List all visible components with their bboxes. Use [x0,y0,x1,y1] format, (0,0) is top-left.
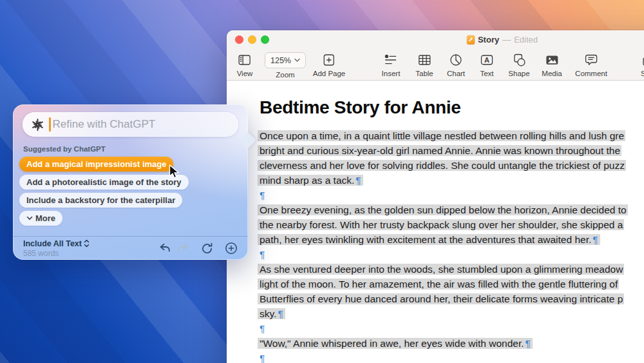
add-button[interactable] [225,242,238,255]
document-title: Story [478,35,499,44]
document-text-line[interactable]: bright and curious six-year-old girl nam… [258,143,644,158]
toolbar-shape[interactable]: Shape [508,52,529,77]
toolbar-label-add-page: Add Page [313,70,346,77]
toolbar-label-zoom: Zoom [265,71,306,79]
pilcrow-mark: ¶ [355,175,363,186]
document-text-line[interactable]: Butterflies of every hue danced around h… [258,291,644,306]
chevron-down-icon [26,215,33,221]
document-blank-line[interactable]: ¶ [258,247,644,262]
retry-icon [201,242,213,255]
document-body[interactable]: Once upon a time, in a quaint little vil… [227,128,644,363]
selected-text: light of the moon. To her amazement, the… [258,279,619,289]
toolbar-comment[interactable]: Comment [575,52,607,77]
document-blank-line[interactable]: ¶ [258,351,644,363]
toolbar-share[interactable]: S [641,52,644,77]
document-blank-line[interactable]: ¶ [258,321,644,336]
document-icon [467,35,475,44]
svg-text:A: A [484,56,489,64]
window-toolbar: View125% ZoomAdd PageInsertTableChartATe… [227,49,644,80]
toolbar-view[interactable]: View [237,52,253,77]
panel-footer: Include All Text 585 words [13,236,248,260]
undo-icon [158,242,171,254]
document-text-line[interactable]: cleverness and her love for solving ridd… [258,158,644,173]
selected-text: As she ventured deeper into the woods, s… [258,264,624,275]
up-down-chevron-icon [84,239,90,248]
pilcrow-mark: ¶ [258,249,265,260]
chatgpt-panel: Refine with ChatGPT Suggested by ChatGPT… [13,104,248,260]
add-page-icon [313,52,346,67]
document-heading[interactable]: Bedtime Story for Annie [260,97,644,118]
document-text-line[interactable]: One breezy evening, as the golden sun di… [258,202,644,217]
selected-text: sky. [258,308,278,319]
selected-text: Once upon a time, in a quaint little vil… [258,130,625,141]
selected-text: Butterflies of every hue danced around h… [258,293,624,304]
window-titlebar: Story — Edited [227,30,644,49]
selected-text: "Wow," Annie whispered in awe, her eyes … [258,338,526,349]
toolbar-label-media: Media [542,70,562,77]
toolbar-label-view: View [237,70,253,77]
suggestion-pill-1[interactable]: Add a magical impressionist image [19,157,173,172]
toolbar-text[interactable]: AText [480,52,494,77]
toolbar-media[interactable]: Media [542,52,562,77]
mouse-pointer [169,164,180,182]
edited-status: Edited [514,35,538,44]
text-caret [49,117,51,132]
toolbar-zoom[interactable]: 125% Zoom [265,52,306,79]
document-text-line[interactable]: As she ventured deeper into the woods, s… [258,262,644,277]
pilcrow-mark: ¶ [258,190,265,201]
suggestion-pill-2[interactable]: Add a photorealistic image of the story [19,175,189,190]
pilcrow-mark: ¶ [258,353,265,363]
refine-input[interactable]: Refine with ChatGPT [23,112,238,137]
media-icon [542,52,562,67]
toolbar-label-comment: Comment [575,70,607,77]
input-placeholder: Refine with ChatGPT [53,118,156,131]
regenerate-button[interactable] [201,242,213,255]
share-icon [641,52,644,67]
undo-button[interactable] [158,242,171,254]
toolbar-label-insert: Insert [382,70,401,77]
selected-text: the nearby forest. With her trusty backp… [258,219,624,230]
document-text-line[interactable]: the nearby forest. With her trusty backp… [258,217,644,232]
toolbar-label-text: Text [480,70,494,77]
suggestion-list: Add a magical impressionist imageAdd a p… [19,157,248,208]
chart-icon [447,52,465,67]
document-text-line[interactable]: light of the moon. To her amazement, the… [258,277,644,291]
more-button[interactable]: More [19,211,62,226]
pilcrow-mark: ¶ [278,308,285,319]
pilcrow-mark: ¶ [592,234,600,245]
selected-text: bright and curious six-year-old girl nam… [258,145,621,156]
chevron-down-icon [294,58,300,63]
redo-button[interactable] [176,242,189,254]
toolbar-add-page[interactable]: Add Page [313,52,346,77]
chatgpt-logo-icon [30,117,45,132]
document-text-line[interactable]: Once upon a time, in a quaint little vil… [258,128,644,143]
suggestion-pill-3[interactable]: Include a backstory for the caterpillar [19,193,182,208]
toolbar-table[interactable]: Table [415,52,433,77]
toolbar-chart[interactable]: Chart [447,52,465,77]
pilcrow-mark: ¶ [258,323,265,334]
document-text-line[interactable]: sky.¶ [258,306,644,321]
window-title: Story — Edited [227,30,644,49]
table-icon [415,52,433,67]
selected-text: cleverness and her love for solving ridd… [258,160,626,171]
selected-text: One breezy evening, as the golden sun di… [258,204,628,215]
toolbar-label-share: S [641,70,644,77]
suggested-by-label: Suggested by ChatGPT [23,145,248,153]
document-text-line[interactable]: path, her eyes twinkling with excitement… [258,232,644,247]
document-canvas[interactable]: Bedtime Story for Annie Once upon a time… [227,81,644,363]
selected-text: path, her eyes twinkling with excitement… [258,234,592,245]
window-chrome: Story — Edited View125% ZoomAdd PageInse… [227,30,644,81]
zoom-value: 125% [270,56,291,65]
document-text-line[interactable]: mind sharp as a tack.¶ [258,173,644,188]
include-all-text-selector[interactable]: Include All Text [23,239,90,248]
plus-circle-icon [225,242,238,255]
insert-icon [382,52,401,67]
document-text-line[interactable]: "Wow," Annie whispered in awe, her eyes … [258,336,644,351]
zoom-level-button[interactable]: 125% [265,52,306,68]
document-blank-line[interactable]: ¶ [258,188,644,202]
redo-icon [176,242,189,254]
comment-icon [575,52,607,67]
selected-text: mind sharp as a tack. [258,175,355,186]
pages-window: Story — Edited View125% ZoomAdd PageInse… [227,30,644,363]
toolbar-insert[interactable]: Insert [382,52,401,77]
